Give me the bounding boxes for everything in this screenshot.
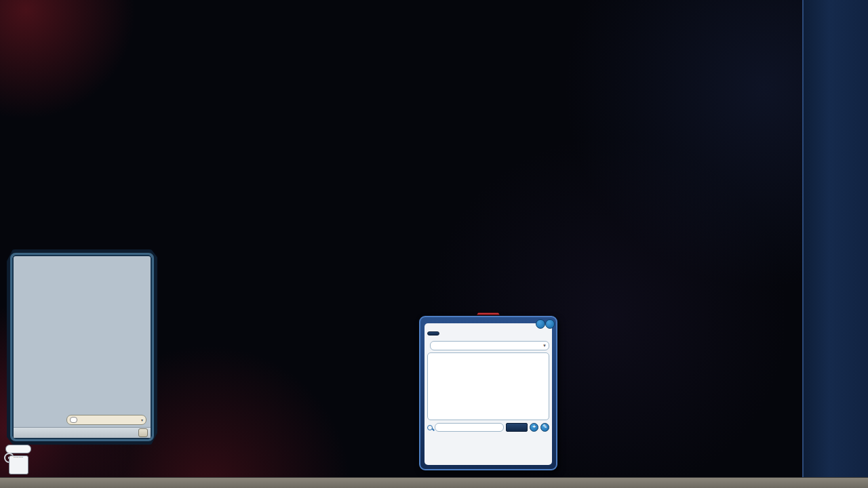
speech-bubble-icon <box>70 417 77 423</box>
search-icon <box>427 425 433 430</box>
desktop: ▾ ▼ + ✎ <box>0 0 868 488</box>
tab-starships[interactable] <box>427 331 439 336</box>
modifier-box[interactable]: •••••• <box>9 455 28 474</box>
chevron-down-icon[interactable]: ▾ <box>141 418 143 422</box>
search-input[interactable] <box>435 423 504 432</box>
add-record-icon[interactable]: + <box>530 423 538 432</box>
modifier-dots: •••••• <box>9 456 28 458</box>
taskbar[interactable] <box>0 477 868 488</box>
chat-log: ▾ <box>10 253 154 441</box>
edit-list-icon[interactable]: ✎ <box>540 423 549 432</box>
npc-browser-title <box>477 312 500 315</box>
chat-footer <box>14 427 151 438</box>
npc-browser-body: ▼ + ✎ <box>425 323 552 465</box>
sidebar-library-buttons <box>804 0 868 7</box>
chat-input[interactable]: ▾ <box>66 415 146 425</box>
chat-button[interactable] <box>138 428 148 437</box>
all-filter-button[interactable] <box>506 423 528 432</box>
chevron-down-icon: ▼ <box>542 342 547 350</box>
help-icon[interactable] <box>536 319 545 329</box>
group-dropdown[interactable]: ▼ <box>430 341 549 350</box>
npc-list <box>427 352 549 420</box>
npc-browser-window[interactable]: ▼ + ✎ <box>419 316 557 470</box>
close-icon[interactable] <box>545 319 555 329</box>
sidebar <box>802 0 868 478</box>
chat-window[interactable]: ▾ <box>7 249 157 445</box>
